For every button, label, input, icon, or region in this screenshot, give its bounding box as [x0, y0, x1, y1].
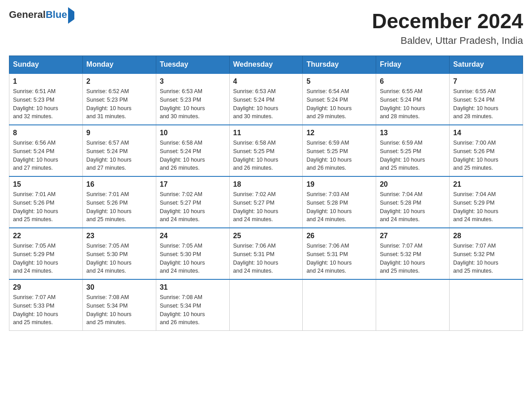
weekday-header-wednesday: Wednesday	[229, 56, 303, 74]
day-number: 14	[453, 129, 519, 137]
day-number: 25	[233, 232, 299, 240]
calendar-cell: 19 Sunrise: 7:03 AM Sunset: 5:28 PM Dayl…	[303, 176, 376, 228]
calendar-cell	[229, 279, 303, 331]
calendar-cell: 31 Sunrise: 7:08 AM Sunset: 5:34 PM Dayl…	[156, 279, 229, 331]
calendar-cell	[303, 279, 376, 331]
day-number: 19	[306, 180, 372, 188]
day-number: 12	[306, 129, 372, 137]
day-number: 3	[160, 77, 226, 86]
calendar-cell: 5 Sunrise: 6:54 AM Sunset: 5:24 PM Dayli…	[303, 73, 376, 125]
weekday-header-sunday: Sunday	[9, 56, 83, 74]
calendar-cell: 8 Sunrise: 6:56 AM Sunset: 5:24 PM Dayli…	[9, 125, 83, 176]
calendar-week-row: 8 Sunrise: 6:56 AM Sunset: 5:24 PM Dayli…	[9, 125, 523, 176]
calendar-cell: 16 Sunrise: 7:01 AM Sunset: 5:26 PM Dayl…	[82, 176, 156, 228]
day-info: Sunrise: 7:05 AM Sunset: 5:30 PM Dayligh…	[86, 242, 152, 275]
day-info: Sunrise: 6:56 AM Sunset: 5:24 PM Dayligh…	[13, 139, 79, 172]
calendar-cell: 29 Sunrise: 7:07 AM Sunset: 5:33 PM Dayl…	[9, 279, 83, 331]
calendar-cell: 23 Sunrise: 7:05 AM Sunset: 5:30 PM Dayl…	[82, 228, 156, 279]
weekday-header-monday: Monday	[82, 56, 156, 74]
day-number: 27	[380, 232, 446, 240]
day-info: Sunrise: 7:01 AM Sunset: 5:26 PM Dayligh…	[86, 190, 152, 224]
calendar-cell: 13 Sunrise: 6:59 AM Sunset: 5:25 PM Dayl…	[376, 125, 450, 176]
day-info: Sunrise: 6:51 AM Sunset: 5:23 PM Dayligh…	[13, 87, 79, 121]
day-number: 5	[306, 77, 372, 86]
day-number: 29	[13, 283, 79, 291]
day-info: Sunrise: 7:01 AM Sunset: 5:26 PM Dayligh…	[13, 190, 79, 224]
day-info: Sunrise: 7:06 AM Sunset: 5:31 PM Dayligh…	[233, 242, 299, 275]
calendar-cell	[376, 279, 450, 331]
calendar-cell: 2 Sunrise: 6:52 AM Sunset: 5:23 PM Dayli…	[82, 73, 156, 125]
day-number: 23	[86, 232, 152, 240]
day-info: Sunrise: 6:52 AM Sunset: 5:23 PM Dayligh…	[86, 87, 152, 121]
calendar-cell: 20 Sunrise: 7:04 AM Sunset: 5:28 PM Dayl…	[376, 176, 450, 228]
day-info: Sunrise: 6:54 AM Sunset: 5:24 PM Dayligh…	[306, 87, 372, 121]
page-header: GeneralBlue December 2024 Baldev, Uttar …	[9, 9, 523, 47]
day-info: Sunrise: 7:04 AM Sunset: 5:29 PM Dayligh…	[453, 190, 519, 224]
day-number: 13	[380, 129, 446, 137]
day-number: 22	[13, 232, 79, 240]
day-info: Sunrise: 7:07 AM Sunset: 5:32 PM Dayligh…	[380, 242, 446, 275]
day-number: 7	[453, 77, 519, 86]
calendar-cell: 10 Sunrise: 6:58 AM Sunset: 5:24 PM Dayl…	[156, 125, 229, 176]
calendar-cell: 25 Sunrise: 7:06 AM Sunset: 5:31 PM Dayl…	[229, 228, 303, 279]
calendar-week-row: 29 Sunrise: 7:07 AM Sunset: 5:33 PM Dayl…	[9, 279, 523, 331]
day-info: Sunrise: 7:03 AM Sunset: 5:28 PM Dayligh…	[306, 190, 372, 224]
calendar-cell: 11 Sunrise: 6:58 AM Sunset: 5:25 PM Dayl…	[229, 125, 303, 176]
calendar-week-row: 22 Sunrise: 7:05 AM Sunset: 5:29 PM Dayl…	[9, 228, 523, 279]
logo-general: General	[9, 9, 46, 20]
calendar-cell: 17 Sunrise: 7:02 AM Sunset: 5:27 PM Dayl…	[156, 176, 229, 228]
day-number: 17	[160, 180, 226, 188]
weekday-header-friday: Friday	[376, 56, 450, 74]
calendar-cell: 28 Sunrise: 7:07 AM Sunset: 5:32 PM Dayl…	[450, 228, 523, 279]
day-info: Sunrise: 6:53 AM Sunset: 5:24 PM Dayligh…	[233, 87, 299, 121]
day-info: Sunrise: 7:05 AM Sunset: 5:29 PM Dayligh…	[13, 242, 79, 275]
calendar-cell: 26 Sunrise: 7:06 AM Sunset: 5:31 PM Dayl…	[303, 228, 376, 279]
calendar-week-row: 15 Sunrise: 7:01 AM Sunset: 5:26 PM Dayl…	[9, 176, 523, 228]
calendar-week-row: 1 Sunrise: 6:51 AM Sunset: 5:23 PM Dayli…	[9, 73, 523, 125]
calendar-cell: 24 Sunrise: 7:05 AM Sunset: 5:30 PM Dayl…	[156, 228, 229, 279]
day-info: Sunrise: 7:07 AM Sunset: 5:33 PM Dayligh…	[13, 293, 79, 327]
calendar-cell: 21 Sunrise: 7:04 AM Sunset: 5:29 PM Dayl…	[450, 176, 523, 228]
day-info: Sunrise: 7:06 AM Sunset: 5:31 PM Dayligh…	[306, 242, 372, 275]
weekday-header-row: SundayMondayTuesdayWednesdayThursdayFrid…	[9, 56, 523, 74]
day-info: Sunrise: 7:07 AM Sunset: 5:32 PM Dayligh…	[453, 242, 519, 275]
calendar-cell: 4 Sunrise: 6:53 AM Sunset: 5:24 PM Dayli…	[229, 73, 303, 125]
calendar-cell: 15 Sunrise: 7:01 AM Sunset: 5:26 PM Dayl…	[9, 176, 83, 228]
calendar-cell: 12 Sunrise: 6:59 AM Sunset: 5:25 PM Dayl…	[303, 125, 376, 176]
day-number: 18	[233, 180, 299, 188]
calendar-cell: 9 Sunrise: 6:57 AM Sunset: 5:24 PM Dayli…	[82, 125, 156, 176]
day-number: 31	[160, 283, 226, 291]
day-number: 16	[86, 180, 152, 188]
weekday-header-tuesday: Tuesday	[156, 56, 229, 74]
day-info: Sunrise: 6:59 AM Sunset: 5:25 PM Dayligh…	[380, 139, 446, 172]
day-number: 15	[13, 180, 79, 188]
calendar-table: SundayMondayTuesdayWednesdayThursdayFrid…	[9, 56, 523, 331]
logo: GeneralBlue	[9, 9, 74, 21]
weekday-header-thursday: Thursday	[303, 56, 376, 74]
calendar-cell: 6 Sunrise: 6:55 AM Sunset: 5:24 PM Dayli…	[376, 73, 450, 125]
day-number: 10	[160, 129, 226, 137]
day-info: Sunrise: 6:53 AM Sunset: 5:23 PM Dayligh…	[160, 87, 226, 121]
calendar-cell	[450, 279, 523, 331]
weekday-header-saturday: Saturday	[450, 56, 523, 74]
calendar-cell: 30 Sunrise: 7:08 AM Sunset: 5:34 PM Dayl…	[82, 279, 156, 331]
day-number: 21	[453, 180, 519, 188]
title-area: December 2024 Baldev, Uttar Pradesh, Ind…	[372, 9, 523, 47]
day-info: Sunrise: 7:02 AM Sunset: 5:27 PM Dayligh…	[233, 190, 299, 224]
calendar-cell: 7 Sunrise: 6:55 AM Sunset: 5:24 PM Dayli…	[450, 73, 523, 125]
day-info: Sunrise: 7:08 AM Sunset: 5:34 PM Dayligh…	[160, 293, 226, 327]
calendar-title: December 2024	[372, 9, 523, 33]
calendar-cell: 14 Sunrise: 7:00 AM Sunset: 5:26 PM Dayl…	[450, 125, 523, 176]
day-number: 4	[233, 77, 299, 86]
day-number: 1	[13, 77, 79, 86]
day-info: Sunrise: 6:58 AM Sunset: 5:25 PM Dayligh…	[233, 139, 299, 172]
day-info: Sunrise: 6:57 AM Sunset: 5:24 PM Dayligh…	[86, 139, 152, 172]
day-info: Sunrise: 7:02 AM Sunset: 5:27 PM Dayligh…	[160, 190, 226, 224]
calendar-cell: 3 Sunrise: 6:53 AM Sunset: 5:23 PM Dayli…	[156, 73, 229, 125]
calendar-cell: 1 Sunrise: 6:51 AM Sunset: 5:23 PM Dayli…	[9, 73, 83, 125]
day-number: 2	[86, 77, 152, 86]
calendar-cell: 27 Sunrise: 7:07 AM Sunset: 5:32 PM Dayl…	[376, 228, 450, 279]
day-number: 30	[86, 283, 152, 291]
day-info: Sunrise: 6:58 AM Sunset: 5:24 PM Dayligh…	[160, 139, 226, 172]
day-number: 9	[86, 129, 152, 137]
